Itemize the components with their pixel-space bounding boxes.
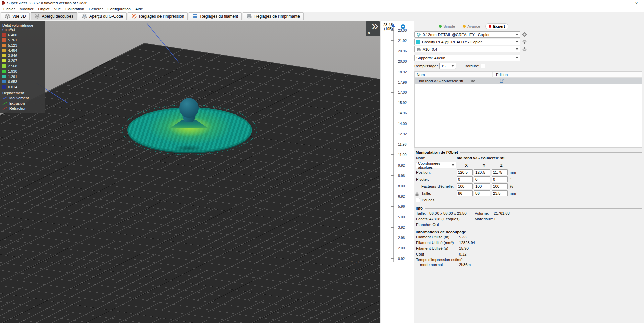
layer-slider: 23.48 (195) + 23.00 21.92 20.96 20.00 18… xyxy=(380,21,414,323)
manipulation-section: Nom: nid rond v3 - couvercle.stl Coordon… xyxy=(414,154,642,203)
collapse-sidebar-button[interactable]: » » xyxy=(366,21,380,36)
divider xyxy=(460,152,642,153)
coords-mode-select[interactable]: Coordonnées absolues xyxy=(416,162,456,168)
divider xyxy=(468,232,642,232)
scale-z-input[interactable] xyxy=(492,183,508,189)
close-button[interactable]: × xyxy=(629,0,644,6)
tab-vue-3d[interactable]: Vue 3D xyxy=(1,12,30,20)
scale-x-input[interactable] xyxy=(457,183,473,189)
filament-preset-select[interactable]: Creality PLA @CREALITY - Copier xyxy=(414,39,520,45)
rotate-z-input[interactable] xyxy=(492,176,508,182)
menu-item-fichier[interactable]: Fichier xyxy=(1,6,17,12)
mode-avance-button[interactable]: Avancé xyxy=(460,24,483,29)
mode-expert-button[interactable]: Expert xyxy=(485,23,508,29)
filament-g-value: 15.90 xyxy=(459,246,469,250)
info-section: Taille: 86.00 x 86.00 x 23.50 Volume: 21… xyxy=(414,210,642,227)
filament-m-value: 5.33 xyxy=(459,235,466,239)
infill-select[interactable]: 15 xyxy=(439,63,456,69)
print-time-label: Temps d'impression estimé: xyxy=(414,257,642,262)
info-manifold-value: Oui xyxy=(432,223,439,227)
rotate-x-input[interactable] xyxy=(457,176,473,182)
legend-item: 0.653 xyxy=(2,79,43,85)
menu-item-aide[interactable]: Aide xyxy=(133,6,145,12)
size-z-input[interactable] xyxy=(492,190,508,196)
position-y-input[interactable] xyxy=(474,169,490,175)
tick: 20.96 xyxy=(391,49,407,53)
menu-item-modifier[interactable]: Modifier xyxy=(17,6,36,12)
print-preset-select[interactable]: 0.12mm DETAIL @CREALITY - Copier xyxy=(414,31,520,38)
preview-viewport[interactable]: Débit volumétrique (mm³/s) 6.400 5.761 5… xyxy=(0,21,380,323)
gear-icon xyxy=(522,39,527,44)
legend-item: 5.761 xyxy=(2,38,43,43)
size-row: Taille: mm xyxy=(414,190,642,197)
printer-preset-select[interactable]: A10 -0.4 xyxy=(414,46,520,52)
printer-settings-button[interactable] xyxy=(522,46,527,52)
legend: Débit volumétrique (mm³/s) 6.400 5.761 5… xyxy=(0,21,45,113)
menu-item-calibration[interactable]: Calibration xyxy=(63,6,86,12)
inches-checkbox[interactable] xyxy=(416,198,420,202)
app-icon xyxy=(1,1,5,5)
object-row[interactable]: nid rond v3 - couvercle.stl xyxy=(415,78,642,84)
tab-label: Aperçu découpes xyxy=(42,14,73,19)
preset-selectors: 0.12mm DETAIL @CREALITY - Copier Crealit… xyxy=(414,31,642,52)
rotate-y-input[interactable] xyxy=(474,176,490,182)
travel-line xyxy=(147,23,179,62)
tab-apercu-decoupes[interactable]: Aperçu découpes xyxy=(31,12,77,20)
filament-g-row: Filament Utilisé (g) 15.90 xyxy=(414,245,642,251)
menu-item-configuration[interactable]: Configuration xyxy=(105,6,133,12)
tab-label: Réglages de l'Imprimante xyxy=(254,14,300,19)
movement-line-sample xyxy=(2,97,7,100)
legend-item: 6.400 xyxy=(2,32,43,38)
visibility-eye-icon[interactable] xyxy=(470,78,475,83)
titlebar: SuperSlicer_2.3.57 a flavored version of… xyxy=(0,0,644,6)
tick: 11.00 xyxy=(391,153,407,157)
minimize-icon xyxy=(605,4,608,4)
printer-preset-row: A10 -0.4 xyxy=(414,46,642,52)
scale-row: Facteurs d'échelle: % xyxy=(414,183,642,190)
tick: 18.92 xyxy=(391,70,407,74)
advanced-mode-dot-icon xyxy=(463,25,466,28)
legend-item: 2.568 xyxy=(2,63,43,69)
mode-simple-button[interactable]: Simple xyxy=(436,24,458,29)
filament-settings-button[interactable] xyxy=(522,39,527,45)
info-volume-value: 21761.63 xyxy=(494,211,510,215)
minimize-button[interactable] xyxy=(599,0,614,6)
print-settings-button[interactable] xyxy=(522,32,527,37)
size-x-input[interactable] xyxy=(457,190,473,196)
axis-header-z: Z xyxy=(493,163,509,167)
legend-swatch xyxy=(2,85,6,89)
position-z-input[interactable] xyxy=(492,169,508,175)
expert-mode-dot-icon xyxy=(489,25,491,28)
axes-header-row: Coordonnées absolues X Y Z xyxy=(414,162,642,169)
menu-item-generer[interactable]: Générer xyxy=(86,6,105,12)
edit-object-icon[interactable] xyxy=(500,78,504,83)
tab-reglages-impression[interactable]: Réglages de l'Impression xyxy=(128,12,188,20)
tick: 20.00 xyxy=(391,59,407,63)
tab-reglages-filament[interactable]: Réglages du filament xyxy=(189,12,242,20)
menu-item-onglet[interactable]: Onglet xyxy=(36,6,52,12)
infill-label: Remplissage: xyxy=(414,64,438,68)
position-x-input[interactable] xyxy=(457,169,473,175)
tab-apercu-gcode[interactable]: Aperçu du G-Code xyxy=(78,12,127,20)
slicing-title: Informations de découpage xyxy=(414,230,468,234)
size-y-input[interactable] xyxy=(474,190,490,196)
supports-label: Supports: xyxy=(416,56,433,60)
uniform-scale-lock-icon[interactable] xyxy=(415,191,419,196)
tab-reglages-imprimante[interactable]: Réglages de l'Imprimante xyxy=(243,12,304,20)
filament-preset-row: Creality PLA @CREALITY - Copier xyxy=(414,39,642,45)
legend-item: 0.014 xyxy=(2,84,43,90)
tick: 8.96 xyxy=(391,174,407,178)
supports-select[interactable]: Supports: Aucun xyxy=(414,55,520,61)
brim-label: Bordure: xyxy=(465,64,479,68)
maximize-button[interactable] xyxy=(614,0,629,6)
slider-thumb[interactable] xyxy=(391,24,395,27)
menu-item-vue[interactable]: Vue xyxy=(52,6,63,12)
filament-m-row: Filament Utilisé (m) 5.33 xyxy=(414,234,642,240)
scale-y-input[interactable] xyxy=(474,183,490,189)
cost-value: 0.32 xyxy=(459,252,466,256)
tick: 2.00 xyxy=(391,246,407,250)
column-header-nom[interactable]: Nom xyxy=(415,72,493,78)
column-header-edition[interactable]: Édition xyxy=(493,73,508,77)
brim-checkbox[interactable] xyxy=(481,64,485,68)
filament-color-swatch xyxy=(416,40,420,44)
